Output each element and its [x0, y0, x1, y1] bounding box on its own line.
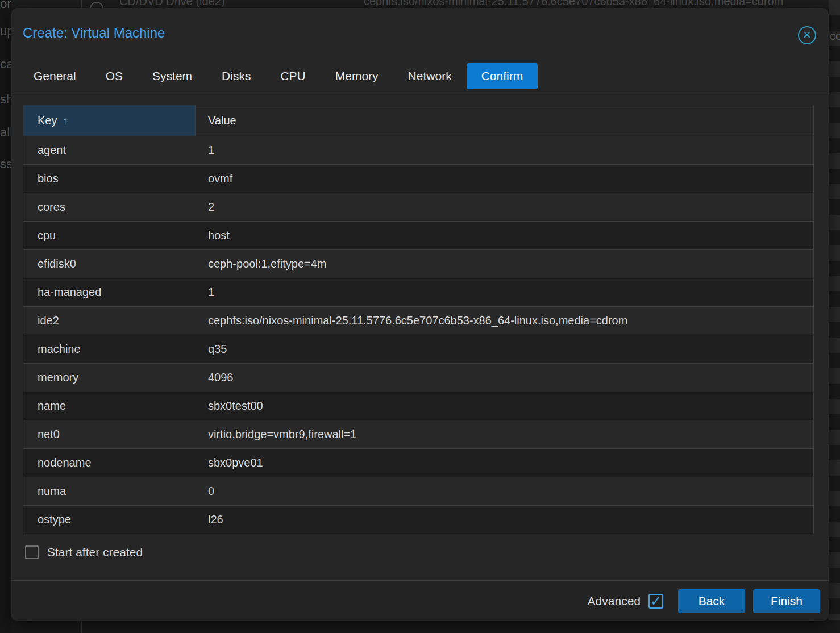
table-row[interactable]: agent1: [23, 136, 813, 164]
row-key: memory: [23, 364, 196, 392]
advanced-label: Advanced: [588, 594, 641, 608]
background-bottom-edge: [11, 620, 840, 633]
tab-bar: GeneralOSSystemDisksCPUMemoryNetworkConf…: [19, 63, 538, 89]
tab-general[interactable]: General: [19, 63, 91, 89]
table-row[interactable]: biosovmf: [23, 164, 813, 193]
divider: [11, 95, 829, 95]
radio-button-icon: [90, 2, 103, 8]
finish-button[interactable]: Finish: [753, 589, 820, 613]
row-value: ovmf: [196, 165, 813, 193]
table-row[interactable]: memory4096: [23, 363, 813, 392]
row-value: virtio,bridge=vmbr9,firewall=1: [196, 420, 813, 448]
table-row[interactable]: nodenamesbx0pve01: [23, 448, 813, 477]
background-divider: [81, 620, 82, 633]
row-key: ide2: [23, 307, 196, 335]
tab-cpu[interactable]: CPU: [265, 63, 320, 89]
column-header-value[interactable]: Value: [196, 105, 813, 136]
background-right-edge: co: [829, 0, 840, 633]
table-header-row: Key ↑ Value: [23, 105, 813, 136]
background-text-fragment: up: [0, 24, 11, 39]
table-row[interactable]: net0virtio,bridge=vmbr9,firewall=1: [23, 420, 813, 448]
background-text-fragment: cephfs:iso/nixos-minimal-25.11.5776.6c5e…: [364, 0, 783, 8]
table-row[interactable]: ha-managed1: [23, 278, 813, 306]
tab-disks[interactable]: Disks: [207, 63, 265, 89]
background-text-fragment: or: [0, 0, 11, 11]
advanced-checkbox[interactable]: ✓: [648, 594, 663, 609]
row-value: 0: [196, 477, 813, 505]
start-after-created-option[interactable]: Start after created: [25, 545, 143, 559]
row-key: ha-managed: [23, 278, 196, 306]
tab-confirm[interactable]: Confirm: [467, 63, 538, 89]
row-value: cephfs:iso/nixos-minimal-25.11.5776.6c5e…: [196, 307, 813, 335]
kv-table-body: agent1biosovmfcores2cpuhostefidisk0ceph-…: [23, 136, 813, 534]
table-row[interactable]: ostypel26: [23, 505, 813, 534]
background-text-fragment: ss: [0, 157, 11, 172]
table-row[interactable]: namesbx0test00: [23, 392, 813, 420]
tab-memory[interactable]: Memory: [321, 63, 393, 89]
key-header-label: Key: [38, 114, 57, 127]
row-value: q35: [196, 335, 813, 363]
row-value: 1: [196, 278, 813, 306]
create-vm-dialog: Create: Virtual Machine ✕ GeneralOSSyste…: [11, 8, 829, 621]
row-value: 1: [196, 136, 813, 164]
background-sidebar-edge: orupcashallss: [0, 0, 11, 633]
table-row[interactable]: cpuhost: [23, 221, 813, 249]
tab-system[interactable]: System: [138, 63, 207, 89]
row-key: agent: [23, 136, 196, 164]
sort-ascending-icon: ↑: [62, 114, 68, 127]
table-row[interactable]: ide2cephfs:iso/nixos-minimal-25.11.5776.…: [23, 306, 813, 335]
row-value: l26: [196, 506, 813, 534]
row-key: ostype: [23, 506, 196, 534]
tab-os[interactable]: OS: [91, 63, 138, 89]
table-row[interactable]: efidisk0ceph-pool:1,efitype=4m: [23, 249, 813, 278]
tab-network[interactable]: Network: [393, 63, 467, 89]
row-key: bios: [23, 165, 196, 193]
dialog-footer: Advanced ✓ Back Finish: [11, 580, 829, 621]
background-top-row: CD/DVD Drive (ide2)cephfs:iso/nixos-mini…: [11, 0, 840, 8]
row-key: machine: [23, 335, 196, 363]
background-text-fragment: all: [0, 125, 11, 140]
row-key: cpu: [23, 222, 196, 249]
column-header-key[interactable]: Key ↑: [23, 105, 196, 136]
row-key: name: [23, 392, 196, 420]
table-row[interactable]: numa0: [23, 477, 813, 505]
back-button[interactable]: Back: [678, 589, 745, 613]
close-icon[interactable]: ✕: [798, 26, 816, 44]
background-text-fragment: CD/DVD Drive (ide2): [119, 0, 225, 8]
confirm-settings-table: Key ↑ Value agent1biosovmfcores2cpuhoste…: [23, 105, 814, 534]
table-row[interactable]: machineq35: [23, 335, 813, 363]
row-value: 2: [196, 193, 813, 221]
row-value: 4096: [196, 364, 813, 392]
background-text-fragment: co: [830, 30, 840, 43]
row-value: ceph-pool:1,efitype=4m: [196, 250, 813, 278]
table-row[interactable]: cores2: [23, 193, 813, 221]
row-value: sbx0test00: [196, 392, 813, 420]
dialog-title: Create: Virtual Machine: [23, 25, 165, 41]
row-key: numa: [23, 477, 196, 505]
row-key: net0: [23, 420, 196, 448]
start-after-created-label: Start after created: [47, 545, 143, 559]
row-value: sbx0pve01: [196, 449, 813, 477]
start-after-created-checkbox[interactable]: [25, 545, 39, 559]
row-key: nodename: [23, 449, 196, 477]
row-key: efidisk0: [23, 250, 196, 278]
value-header-label: Value: [208, 114, 236, 127]
row-key: cores: [23, 193, 196, 221]
background-text-fragment: sh: [0, 92, 11, 107]
background-text-fragment: ca: [0, 57, 11, 72]
row-value: host: [196, 222, 813, 249]
background-divider: [81, 0, 82, 8]
